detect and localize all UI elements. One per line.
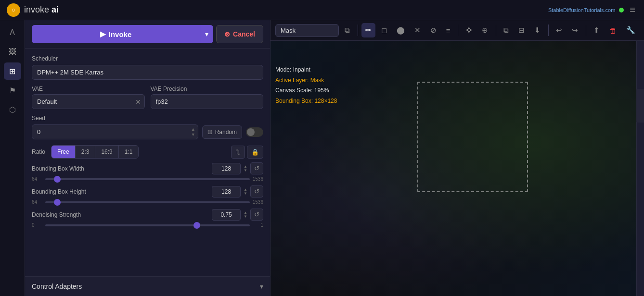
denoising-decrement[interactable]: ▼ [243,215,248,219]
top-header: ○ invoke ai StableDiffusionTutorials.com… [0,0,644,20]
bbox-height-reset[interactable]: ↺ [250,185,263,197]
bounding-box-overlay [417,82,528,192]
invoke-icon: ▶ [100,30,106,38]
ratio-16-9-button[interactable]: 16:9 [95,146,118,158]
denoising-slider[interactable] [45,224,250,226]
ratio-2-3-button[interactable]: 2:3 [76,146,96,158]
bbox-width-decrement[interactable]: ▼ [243,169,248,173]
seed-row: ▲ ▼ ⚄ Random [32,124,263,139]
seed-spinners: ▲ ▼ [190,127,196,137]
scheduler-select[interactable]: DPM++ 2M SDE Karras [32,65,263,80]
bbox-height-max-label: 1536 [253,199,263,205]
bbox-width-min-label: 64 [32,176,42,182]
ratio-lock-button[interactable]: 🔒 [247,146,263,159]
control-adapters-section[interactable]: Control Adapters ▾ [25,276,270,296]
canvas-scale-info: Canvas Scale: 195% [275,86,337,96]
ratio-actions: ⇅ 🔒 [231,146,263,159]
hamburger-menu-button[interactable]: ≡ [628,2,637,17]
vae-clear-button[interactable]: ✕ [135,99,141,105]
tool-layers-btn[interactable]: ⧉ [341,23,354,37]
vae-label: VAE [32,86,145,92]
app-logo: ○ [7,3,20,17]
bbox-height-value-wrap: ▲ ▼ ↺ [212,185,263,197]
vae-precision-col: VAE Precision fp32 [151,86,264,109]
seed-input-wrap: ▲ ▼ [32,124,198,139]
canvas-mode-select[interactable]: Mask [275,24,339,37]
bbox-height-header: Bounding Box Height ▲ ▼ ↺ [32,185,263,197]
vae-precision-select[interactable]: fp32 [151,94,264,109]
bbox-width-spinners: ▲ ▼ [243,165,248,173]
bbox-width-row: Bounding Box Width ▲ ▼ ↺ 64 [32,162,263,182]
bbox-width-header: Bounding Box Width ▲ ▼ ↺ [32,162,263,174]
tool-brush-btn[interactable]: ✏ [361,23,375,37]
denoising-label: Denoising Strength [32,211,81,218]
random-seed-button[interactable]: ⚄ Random [202,125,242,139]
bbox-width-max-label: 1536 [253,176,263,182]
canvas-mode-info: Mode: Inpaint [275,65,337,75]
bbox-height-decrement[interactable]: ▼ [243,192,248,196]
cancel-icon: ⊗ [224,30,230,38]
tool-eraser-btn[interactable]: ◻ [377,23,391,37]
sidebar-icon-box[interactable]: ⬡ [4,101,21,118]
panel-content: Scheduler DPM++ 2M SDE Karras VAE Defaul… [25,49,270,276]
denoising-reset[interactable]: ↺ [250,209,263,221]
invoke-dropdown-button[interactable]: ▾ [200,25,213,43]
bbox-height-slider[interactable] [45,201,250,203]
tool-move-btn[interactable]: ✥ [462,23,476,37]
ratio-free-button[interactable]: Free [52,146,76,158]
action-bar: ▶ Invoke ▾ ⊗ Cancel [25,20,270,49]
seed-decrement-button[interactable]: ▼ [190,132,196,137]
canvas-scrollbar-thumb[interactable] [636,89,644,123]
vae-precision-label: VAE Precision [151,86,264,92]
tool-fill-btn[interactable]: ⬤ [393,23,409,37]
dice-icon: ⚄ [207,129,212,136]
control-adapters-title: Control Adapters [32,283,82,290]
tool-delete-btn[interactable]: 🗑 [605,24,620,37]
tool-undo-btn[interactable]: ↩ [552,23,566,37]
tool-download-btn[interactable]: ⬇ [530,23,544,37]
tool-clear-btn[interactable]: ✕ [411,23,425,37]
bbox-width-slider[interactable] [45,178,250,180]
denoising-min-label: 0 [32,222,42,228]
denoising-track: 0 1 [32,222,263,228]
bbox-width-input[interactable] [212,163,241,174]
seed-increment-button[interactable]: ▲ [190,127,196,132]
tool-eyedropper-btn[interactable]: ⊘ [426,23,440,37]
seed-input[interactable] [32,124,198,139]
ratio-swap-button[interactable]: ⇅ [231,146,245,159]
ratio-1-1-button[interactable]: 1:1 [119,146,139,158]
bbox-width-value-wrap: ▲ ▼ ↺ [212,162,263,174]
canvas-toolbar: Mask ⧉ ✏ ◻ ⬤ ✕ ⊘ ≡ ✥ ⊕ ⧉ ⊟ ⬇ ↩ ↪ [270,20,644,41]
invoke-btn-wrap: ▶ Invoke ▾ [32,25,213,43]
canvas-background: Mode: Inpaint Active Layer: Mask Canvas … [270,41,644,296]
tool-settings-btn[interactable]: ≡ [442,24,454,37]
tool-transform-btn[interactable]: ⊕ [478,23,492,37]
bbox-width-label: Bounding Box Width [32,165,84,172]
sidebar-icon-grid[interactable]: ⊞ [4,62,21,80]
bbox-height-spinners: ▲ ▼ [243,188,248,196]
bbox-height-min-label: 64 [32,199,42,205]
random-toggle[interactable] [246,127,263,137]
tool-redo-btn[interactable]: ↪ [568,23,582,37]
denoising-spinners: ▲ ▼ [243,211,248,219]
tool-layerpanel-btn[interactable]: ⧉ [500,23,513,37]
bbox-height-input[interactable] [212,186,241,197]
denoising-input[interactable] [212,209,241,221]
sidebar-icon-user[interactable]: ⚑ [4,82,21,99]
invoke-button[interactable]: ▶ Invoke [32,25,200,43]
cancel-button[interactable]: ⊗ Cancel [216,25,263,43]
bbox-width-reset[interactable]: ↺ [250,162,263,174]
left-panel: ▶ Invoke ▾ ⊗ Cancel Scheduler DPM++ 2M S… [25,20,270,296]
canvas-viewport[interactable]: Mode: Inpaint Active Layer: Mask Canvas … [270,41,644,296]
tool-save-btn[interactable]: ⊟ [515,23,528,37]
sidebar-icon-a[interactable]: A [4,24,21,41]
seed-group: Seed ▲ ▼ ⚄ Random [32,115,263,139]
canvas-layer-info: Active Layer: Mask [275,75,337,86]
online-indicator [619,8,624,12]
tool-wrench-btn[interactable]: 🔧 [622,23,639,37]
bbox-width-track: 64 1536 [32,176,263,182]
vae-select[interactable]: Default [32,94,145,109]
vae-col: VAE Default ✕ [32,86,145,109]
tool-export-btn[interactable]: ⬆ [590,23,604,37]
sidebar-icon-image[interactable]: 🖼 [4,43,21,61]
